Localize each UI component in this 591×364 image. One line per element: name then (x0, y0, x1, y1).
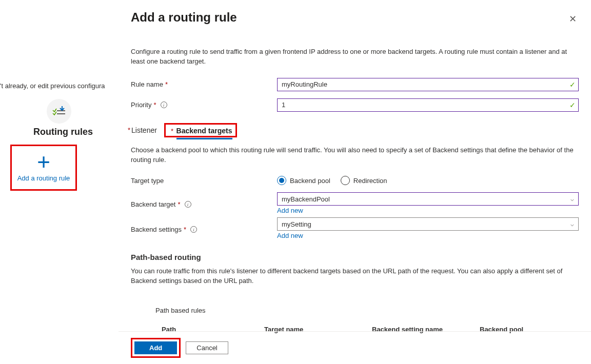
add-routing-rule-tile[interactable]: + Add a routing rule (10, 145, 77, 191)
plus-icon: + (14, 154, 73, 170)
backend-settings-label: Backend settings* i (131, 217, 277, 233)
radio-backend-pool[interactable]: Backend pool (277, 176, 330, 185)
radio-redirection[interactable]: Redirection (341, 176, 387, 185)
target-type-label: Target type (131, 177, 277, 185)
tab-listener[interactable]: Listener (131, 124, 157, 136)
panel-title: Add a routing rule (131, 10, 237, 25)
backend-settings-select[interactable]: mySetting ⌵ (277, 217, 579, 231)
routing-rules-icon (47, 99, 71, 124)
chevron-down-icon: ⌵ (570, 196, 574, 203)
close-icon[interactable]: ✕ (567, 11, 579, 27)
cancel-button[interactable]: Cancel (186, 341, 228, 354)
add-routing-rule-label: Add a routing rule (14, 174, 73, 182)
path-based-routing-desc: You can route traffic from this rule's l… (131, 267, 579, 286)
backend-target-select[interactable]: myBackendPool ⌵ (277, 192, 579, 206)
routing-rules-title: Routing rules (8, 127, 118, 137)
backend-description: Choose a backend pool to which this rout… (131, 146, 579, 165)
info-icon[interactable]: i (161, 102, 167, 108)
rule-name-label: Rule name* (131, 80, 277, 88)
info-icon[interactable]: i (185, 201, 191, 208)
add-new-backend-settings-link[interactable]: Add new (277, 232, 579, 239)
check-icon: ✓ (569, 101, 576, 109)
priority-label: Priority* i (131, 101, 277, 109)
config-hint-text: 't already, or edit previous configura (0, 82, 118, 90)
add-new-backend-target-link[interactable]: Add new (277, 207, 579, 214)
tab-backend-targets[interactable]: Backend targets (176, 125, 232, 139)
path-rules-title: Path based rules (155, 307, 579, 314)
chevron-down-icon: ⌵ (570, 221, 574, 228)
priority-input[interactable] (277, 98, 579, 112)
backend-target-label: Backend target* i (131, 192, 277, 208)
add-routing-rule-panel: Add a routing rule ✕ Configure a routing… (118, 0, 591, 364)
info-icon[interactable]: i (190, 226, 197, 233)
path-based-routing-heading: Path-based routing (131, 253, 579, 261)
check-icon: ✓ (569, 80, 576, 89)
rule-name-input[interactable] (277, 78, 579, 91)
panel-description: Configure a routing rule to send traffic… (131, 47, 579, 67)
add-button[interactable]: Add (134, 341, 177, 354)
